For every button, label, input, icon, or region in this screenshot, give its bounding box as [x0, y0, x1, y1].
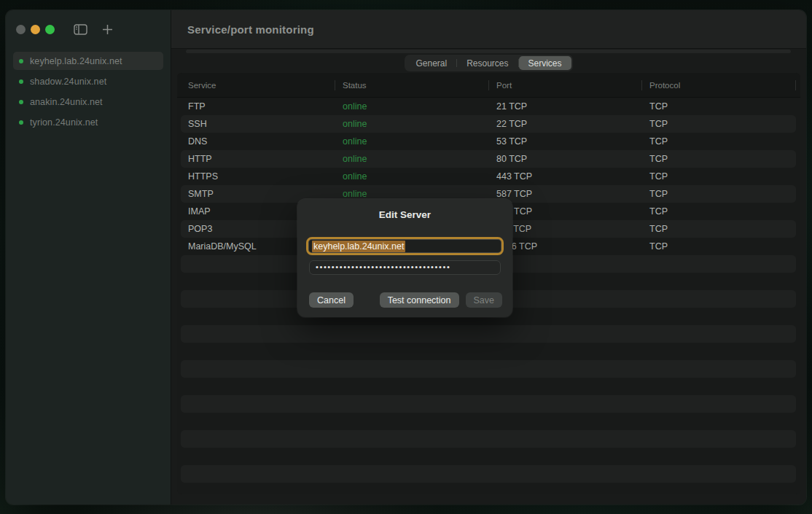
column-header-status[interactable]: Status — [335, 81, 488, 90]
cell-port: 53 TCP — [492, 136, 645, 147]
tab-resources[interactable]: Resources — [457, 56, 518, 70]
cell-port: 80 TCP — [492, 154, 645, 164]
cell-service: FTP — [181, 101, 338, 112]
cell-protocol: TCP — [645, 136, 796, 147]
cell-port: 587 TCP — [492, 189, 645, 199]
dialog-buttons: Cancel Test connection Save — [309, 292, 502, 308]
column-header-port[interactable]: Port — [488, 81, 641, 90]
cell-protocol: TCP — [645, 171, 796, 182]
edit-server-dialog: Edit Server keyhelp.lab.24unix.net •••••… — [297, 199, 512, 317]
cell-protocol: TCP — [645, 119, 796, 129]
cell-port: 22 TCP — [492, 119, 645, 129]
cell-port: 110 TCP — [492, 224, 645, 234]
cell-protocol: TCP — [645, 101, 796, 112]
table-row-empty[interactable] — [181, 343, 796, 360]
hostname-value: keyhelp.lab.24unix.net — [312, 241, 405, 252]
test-connection-button[interactable]: Test connection — [380, 292, 459, 308]
table-row[interactable]: FTPonline21 TCPTCP — [181, 98, 796, 115]
zoom-button[interactable] — [45, 25, 55, 34]
main-titlebar: Service/port monitoring — [171, 10, 806, 49]
cell-port: 143 TCP — [492, 206, 645, 217]
tab-services[interactable]: Services — [519, 56, 571, 70]
server-list: keyhelp.lab.24unix.netshadow.24unix.neta… — [6, 49, 171, 136]
table-row[interactable]: DNSonline53 TCPTCP — [181, 133, 796, 150]
table-row-empty[interactable] — [181, 448, 796, 465]
cell-port: 21 TCP — [492, 101, 645, 112]
server-label: shadow.24unix.net — [30, 77, 106, 87]
cell-service: HTTP — [181, 154, 338, 164]
sidebar-item-server[interactable]: anakin.24unix.net — [13, 93, 163, 111]
table-row[interactable]: SSHonline22 TCPTCP — [181, 115, 796, 133]
table-row-empty[interactable] — [181, 430, 796, 448]
sidebar-item-server[interactable]: tyrion.24unix.net — [13, 113, 163, 131]
server-label: anakin.24unix.net — [30, 97, 103, 107]
sidebar-toggle-icon[interactable] — [74, 24, 87, 35]
table-row[interactable]: HTTPonline80 TCPTCP — [181, 150, 796, 168]
server-status-icon — [19, 79, 23, 84]
cell-service: SMTP — [181, 189, 338, 199]
column-divider — [795, 80, 796, 90]
cancel-button[interactable]: Cancel — [309, 292, 354, 308]
table-row-empty[interactable] — [181, 465, 796, 483]
cell-protocol: TCP — [645, 189, 796, 199]
close-button[interactable] — [16, 25, 26, 34]
hostname-field[interactable]: keyhelp.lab.24unix.net — [306, 237, 504, 255]
table-row-empty[interactable] — [181, 378, 796, 395]
app-window: keyhelp.lab.24unix.netshadow.24unix.neta… — [6, 10, 806, 505]
cell-protocol: TCP — [645, 241, 796, 252]
sidebar-item-server[interactable]: shadow.24unix.net — [13, 72, 163, 90]
table-row-empty[interactable] — [181, 483, 796, 494]
column-divider — [641, 80, 642, 90]
cell-service: SSH — [181, 119, 338, 129]
server-status-icon — [19, 100, 23, 104]
cell-status: online — [338, 189, 492, 199]
table-row-empty[interactable] — [181, 325, 796, 343]
column-divider — [488, 80, 489, 90]
cell-protocol: TCP — [645, 154, 796, 164]
column-header-service[interactable]: Service — [177, 81, 335, 90]
minimize-button[interactable] — [31, 25, 40, 34]
table-header: ServiceStatusPortProtocol — [177, 73, 800, 98]
server-status-icon — [19, 59, 23, 63]
cell-status: online — [338, 171, 492, 182]
cell-service: HTTPS — [181, 171, 338, 182]
dialog-title: Edit Server — [297, 209, 512, 220]
column-divider — [335, 80, 335, 90]
save-button[interactable]: Save — [466, 292, 503, 308]
cell-protocol: TCP — [645, 224, 796, 234]
cell-port: 3306 TCP — [492, 241, 645, 252]
sidebar-titlebar — [6, 10, 171, 49]
server-label: keyhelp.lab.24unix.net — [30, 56, 122, 66]
tab-general[interactable]: General — [406, 56, 456, 70]
sidebar: keyhelp.lab.24unix.netshadow.24unix.neta… — [6, 10, 171, 505]
password-mask: •••••••••••••••••••••••••••••••••• — [316, 262, 450, 271]
cell-port: 443 TCP — [492, 171, 645, 182]
tab-bar: GeneralResourcesServices — [405, 55, 572, 71]
cell-status: online — [338, 154, 492, 164]
table-row-empty[interactable] — [181, 413, 796, 430]
cell-status: online — [338, 119, 492, 129]
scroll-edge — [186, 50, 791, 53]
password-field[interactable]: •••••••••••••••••••••••••••••••••• — [309, 260, 501, 275]
traffic-lights — [16, 25, 55, 34]
server-status-icon — [19, 120, 23, 125]
table-row-empty[interactable] — [181, 395, 796, 413]
column-header-protocol[interactable]: Protocol — [641, 81, 800, 90]
add-server-button[interactable] — [102, 24, 113, 35]
page-title: Service/port monitoring — [187, 23, 314, 36]
server-label: tyrion.24unix.net — [30, 117, 98, 128]
cell-service: DNS — [181, 136, 338, 147]
cell-protocol: TCP — [645, 206, 796, 217]
cell-status: online — [338, 101, 492, 112]
table-row-empty[interactable] — [181, 360, 796, 378]
cell-status: online — [338, 136, 492, 147]
table-row[interactable]: HTTPSonline443 TCPTCP — [181, 168, 796, 185]
sidebar-item-server[interactable]: keyhelp.lab.24unix.net — [13, 52, 163, 70]
